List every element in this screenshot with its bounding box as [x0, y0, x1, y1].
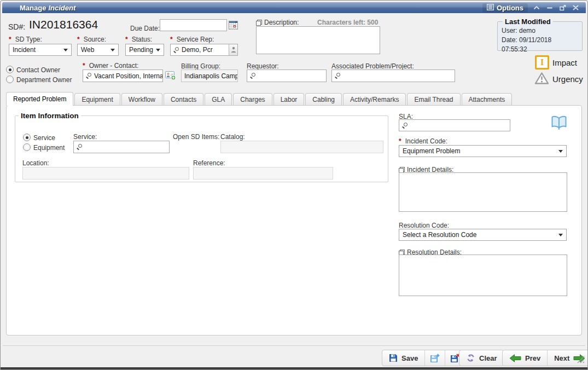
search-icon	[77, 144, 83, 150]
required-marker: *	[9, 36, 11, 43]
equipment-radio[interactable]	[23, 143, 31, 151]
sla-input[interactable]	[410, 122, 510, 129]
prev-button[interactable]: Prev	[503, 350, 547, 366]
close-icon	[573, 5, 579, 10]
resolution-code-value: Select a Resolution Code	[403, 231, 476, 239]
due-date-calendar-button[interactable]	[229, 21, 238, 32]
book-icon	[551, 115, 567, 130]
refresh-icon	[466, 354, 475, 362]
requestor-input[interactable]	[258, 72, 326, 80]
expand-incident-details-icon[interactable]	[399, 167, 405, 173]
service-rep-selector-button[interactable]	[229, 44, 237, 55]
resolution-details-textarea[interactable]	[399, 255, 567, 296]
service-field[interactable]	[73, 141, 170, 153]
save-new-floppy-icon	[430, 354, 440, 363]
sd-type-value: Incident	[13, 46, 36, 54]
incident-code-select[interactable]: Equipment Problem	[399, 145, 567, 157]
required-marker: *	[170, 36, 173, 43]
tab-gla[interactable]: GLA	[205, 93, 232, 105]
next-button-label: Next	[554, 354, 569, 362]
tab-reported-problem[interactable]: Reported Problem	[6, 92, 73, 106]
minimize-button[interactable]	[545, 4, 554, 12]
service-rep-input[interactable]	[182, 46, 226, 54]
save-and-new-button[interactable]	[424, 350, 445, 366]
options-label: Options	[497, 4, 523, 12]
options-button[interactable]: Options	[482, 3, 528, 13]
characters-left-counter: Characters left: 500	[317, 19, 378, 26]
contact-owner-radio[interactable]	[6, 66, 14, 73]
popout-button[interactable]	[558, 4, 567, 12]
incident-details-textarea[interactable]	[399, 172, 567, 212]
window-title-object: Incident	[48, 4, 75, 12]
urgency-icon[interactable]	[534, 72, 549, 87]
window-title-prefix: Manage	[20, 4, 46, 12]
associated-problem-field[interactable]	[331, 70, 455, 82]
due-date-input[interactable]	[160, 19, 227, 31]
owner-contact-field[interactable]	[83, 70, 163, 82]
options-list-icon	[487, 4, 494, 12]
clear-button-label: Clear	[479, 354, 497, 362]
tab-labor[interactable]: Labor	[273, 93, 305, 105]
owner-contact-input[interactable]	[94, 72, 162, 80]
status-value: Pending	[129, 46, 153, 54]
service-rep-field[interactable]	[170, 44, 238, 56]
impact-icon[interactable]: I	[535, 55, 549, 70]
search-icon	[86, 73, 92, 79]
chevron-up-icon	[533, 5, 540, 10]
sd-type-select[interactable]: Incident	[9, 44, 72, 56]
resolution-code-label: Resolution Code:	[399, 222, 449, 229]
prev-button-label: Prev	[525, 354, 540, 362]
window-title: ManageIncident	[20, 4, 75, 12]
description-textarea[interactable]	[256, 26, 380, 54]
tab-charges[interactable]: Charges	[233, 93, 272, 105]
tab-email-thread[interactable]: Email Thread	[407, 93, 460, 105]
last-modified-box: Last Modified User: demo Date: 09/11/201…	[497, 18, 583, 51]
chevron-down-icon	[110, 49, 115, 51]
tab-activity-remarks[interactable]: Activity/Remarks	[343, 93, 406, 105]
item-information-box: Item Information Service Equipment Servi…	[15, 112, 388, 182]
catalog-input	[220, 141, 383, 153]
source-label: Source:	[84, 36, 106, 43]
associated-problem-input[interactable]	[343, 72, 455, 80]
resize-grip[interactable]	[577, 356, 585, 366]
required-marker: *	[83, 62, 85, 70]
service-input[interactable]	[85, 143, 169, 151]
tab-cabling[interactable]: Cabling	[305, 93, 342, 105]
reference-label: Reference:	[193, 159, 225, 167]
service-radio[interactable]	[23, 134, 31, 141]
tab-contacts[interactable]: Contacts	[164, 93, 203, 105]
requestor-field[interactable]	[247, 70, 327, 82]
search-icon	[173, 47, 179, 53]
add-contact-button[interactable]	[165, 71, 176, 83]
requestor-label: Requestor:	[247, 62, 279, 70]
clear-button[interactable]: Clear	[459, 350, 504, 366]
resolution-code-select[interactable]: Select a Resolution Code	[399, 229, 567, 241]
source-select[interactable]: Web	[77, 44, 119, 56]
toolbar-divider	[3, 345, 585, 346]
collapse-button[interactable]	[532, 4, 541, 12]
required-marker: *	[77, 36, 80, 43]
sd-number-value: IN201816364	[29, 18, 98, 31]
tab-equipment[interactable]: Equipment	[74, 93, 120, 105]
arrow-left-icon	[509, 354, 521, 362]
save-button[interactable]: Save	[382, 350, 424, 366]
sla-lookup-button[interactable]	[551, 115, 567, 132]
equipment-radio-label: Equipment	[33, 144, 65, 152]
due-date-label: Due Date:	[130, 25, 160, 32]
window-bottom-edge	[1, 367, 587, 369]
open-sd-items-label: Open SD Items:	[173, 133, 219, 141]
location-input	[22, 167, 189, 180]
close-button[interactable]	[571, 4, 580, 12]
department-owner-radio[interactable]	[6, 76, 14, 83]
reference-input	[193, 167, 333, 180]
sla-field[interactable]	[399, 119, 510, 131]
nav-button-group: Prev Next	[502, 350, 588, 366]
contact-owner-label: Contact Owner	[16, 66, 60, 74]
tab-workflow[interactable]: Workflow	[121, 93, 162, 105]
status-select[interactable]: Pending	[125, 44, 164, 56]
tab-attachments[interactable]: Attachments	[462, 93, 513, 105]
search-icon	[402, 123, 408, 129]
expand-description-icon[interactable]	[256, 20, 262, 26]
department-owner-label: Department Owner	[16, 76, 72, 84]
reported-problem-panel: Item Information Service Equipment Servi…	[6, 105, 582, 336]
